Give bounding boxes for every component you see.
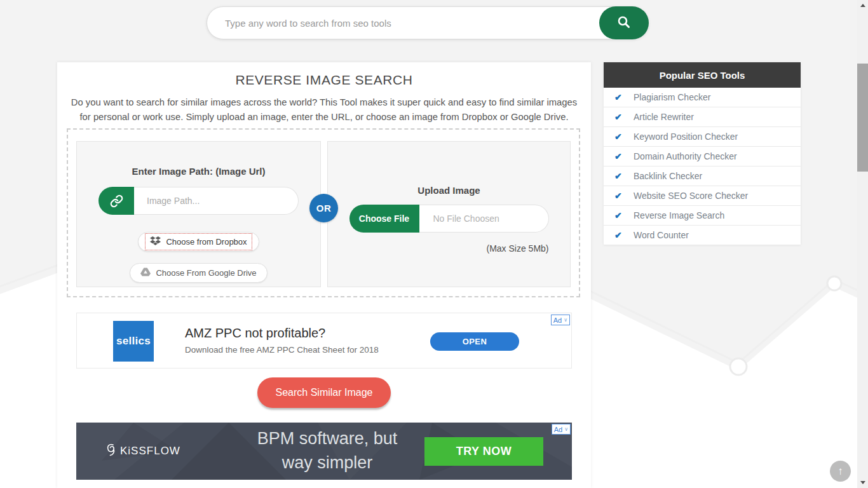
dropbox-button-label: Choose from Dropbox bbox=[166, 237, 247, 247]
sidebar-item-website-seo-score-checker[interactable]: ✔ Website SEO Score Checker bbox=[604, 186, 801, 206]
sidebar-title: Popular SEO Tools bbox=[604, 62, 801, 88]
choose-from-dropbox-button[interactable]: Choose from Dropbox bbox=[138, 232, 259, 252]
sidebar-item-label: Reverse Image Search bbox=[634, 210, 724, 220]
page-title: REVERSE IMAGE SEARCH bbox=[57, 72, 591, 88]
image-url-panel: Enter Image Path: (Image Url) bbox=[76, 141, 321, 287]
ad-badge-label: Ad bbox=[553, 316, 562, 324]
sidebar-item-label: Backlink Checker bbox=[634, 171, 702, 181]
vertical-scrollbar[interactable] bbox=[857, 0, 868, 488]
image-path-input[interactable] bbox=[134, 187, 299, 215]
sidebar-item-article-rewriter[interactable]: ✔ Article Rewriter bbox=[604, 107, 801, 127]
check-icon: ✔ bbox=[614, 92, 634, 102]
ad-headline: AMZ PPC not profitable? bbox=[185, 326, 325, 341]
max-size-note: (Max Size 5Mb) bbox=[349, 243, 549, 254]
sellics-logo: sellics bbox=[113, 321, 154, 362]
chevron-down-icon: ∨ bbox=[564, 317, 567, 323]
kissflow-logo: KiSSFLOW bbox=[105, 443, 180, 459]
choose-file-button[interactable]: Choose File bbox=[349, 205, 419, 233]
image-upload-zone: Enter Image Path: (Image Url) bbox=[67, 128, 580, 297]
scroll-to-top-button[interactable]: ↑ bbox=[830, 461, 851, 482]
link-icon bbox=[98, 187, 134, 215]
file-picker-group: Choose File No File Choosen bbox=[349, 205, 549, 233]
file-status-text: No File Choosen bbox=[419, 205, 549, 233]
scrollbar-up-arrow[interactable] bbox=[857, 0, 868, 11]
scrollbar-thumb[interactable] bbox=[857, 64, 868, 172]
sidebar-item-plagiarism-checker[interactable]: ✔ Plagiarism Checker bbox=[604, 88, 801, 107]
search-button[interactable] bbox=[599, 6, 649, 39]
up-arrow-icon: ↑ bbox=[837, 465, 843, 478]
ad-headline: BPM software, but way simpler bbox=[191, 426, 464, 475]
search-icon bbox=[616, 15, 632, 32]
main-content-card: REVERSE IMAGE SEARCH Do you want to sear… bbox=[57, 62, 591, 488]
sidebar-item-reverse-image-search[interactable]: ✔ Reverse Image Search bbox=[604, 206, 801, 226]
or-separator: OR bbox=[309, 194, 338, 222]
page-description: Do you want to search for similar images… bbox=[70, 95, 578, 125]
upload-image-heading: Upload Image bbox=[328, 185, 570, 196]
image-path-group bbox=[98, 187, 299, 215]
ad-try-now-button[interactable]: TRY NOW bbox=[424, 437, 543, 466]
ad-banner-kissflow[interactable]: Ad ∨ KiSSFLOW BPM software, but way simp… bbox=[76, 423, 572, 480]
sidebar-item-label: Word Counter bbox=[634, 230, 689, 240]
check-icon: ✔ bbox=[614, 230, 634, 240]
sidebar-item-keyword-position-checker[interactable]: ✔ Keyword Position Checker bbox=[604, 127, 801, 147]
sidebar-item-domain-authority-checker[interactable]: ✔ Domain Authority Checker bbox=[604, 147, 801, 166]
sidebar-item-label: Article Rewriter bbox=[634, 112, 694, 122]
ad-badge[interactable]: Ad ∨ bbox=[551, 315, 570, 325]
popular-seo-tools-sidebar: Popular SEO Tools ✔ Plagiarism Checker ✔… bbox=[604, 62, 801, 245]
seo-tools-search-bar bbox=[207, 6, 649, 39]
upload-image-panel: Upload Image Choose File No File Choosen… bbox=[327, 141, 571, 287]
ad-banner-sellics[interactable]: Ad ∨ sellics AMZ PPC not profitable? Dow… bbox=[76, 313, 572, 369]
sidebar-item-label: Domain Authority Checker bbox=[634, 151, 737, 161]
sidebar-item-word-counter[interactable]: ✔ Word Counter bbox=[604, 226, 801, 245]
search-similar-image-button[interactable]: Search Similar Image bbox=[257, 377, 391, 408]
kissflow-loop-icon bbox=[105, 443, 118, 459]
check-icon: ✔ bbox=[614, 210, 634, 220]
choose-from-google-drive-button[interactable]: Choose From Google Drive bbox=[130, 263, 267, 283]
ad-headline-line2: way simpler bbox=[191, 451, 464, 475]
search-input[interactable] bbox=[207, 7, 588, 39]
chevron-down-icon: ∨ bbox=[564, 426, 568, 432]
image-url-heading: Enter Image Path: (Image Url) bbox=[77, 166, 320, 177]
kissflow-logo-label: KiSSFLOW bbox=[120, 445, 180, 458]
sidebar-item-label: Website SEO Score Checker bbox=[634, 191, 748, 201]
dropbox-icon bbox=[150, 236, 161, 248]
check-icon: ✔ bbox=[614, 112, 634, 122]
sidebar-item-backlink-checker[interactable]: ✔ Backlink Checker bbox=[604, 166, 801, 186]
sidebar-item-label: Plagiarism Checker bbox=[634, 92, 710, 102]
ad-headline-line1: BPM software, but bbox=[191, 426, 464, 451]
ad-badge[interactable]: Ad ∨ bbox=[552, 424, 571, 435]
ad-open-button[interactable]: OPEN bbox=[430, 332, 519, 351]
gdrive-button-label: Choose From Google Drive bbox=[156, 268, 256, 278]
check-icon: ✔ bbox=[614, 151, 634, 161]
check-icon: ✔ bbox=[614, 132, 634, 142]
sidebar-item-label: Keyword Position Checker bbox=[634, 132, 738, 142]
ad-subtext: Download the free AMZ PPC Cheat Sheet fo… bbox=[185, 345, 379, 355]
check-icon: ✔ bbox=[614, 171, 634, 181]
scrollbar-down-arrow[interactable] bbox=[857, 477, 868, 488]
ad-badge-label: Ad bbox=[554, 426, 562, 433]
check-icon: ✔ bbox=[614, 191, 634, 201]
google-drive-icon bbox=[140, 268, 151, 278]
